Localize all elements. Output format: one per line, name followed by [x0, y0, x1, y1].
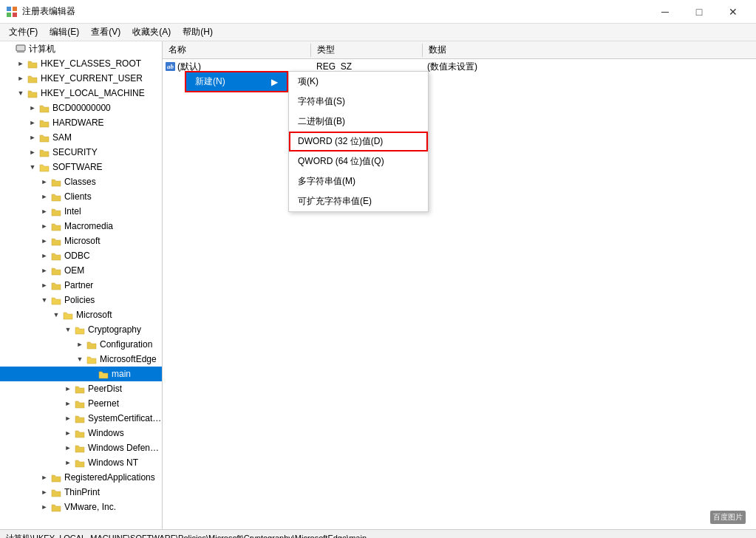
col-header-name: 名称 [163, 44, 310, 56]
folder-icon-oem [50, 265, 62, 276]
submenu-item-key[interactable]: 项(K) [289, 72, 428, 92]
tree-item-windowsdefender[interactable]: Windows Defender... [0, 440, 162, 455]
tree-item-hklm[interactable]: HKEY_LOCAL_MACHINE [0, 86, 162, 101]
tree-item-hkcu[interactable]: HKEY_CURRENT_USER [0, 71, 162, 86]
folder-icon-hardware [38, 117, 50, 129]
toggle-odbc[interactable] [38, 250, 50, 262]
submenu-item-dword[interactable]: DWORD (32 位)值(D) [289, 132, 428, 151]
tree-item-policies[interactable]: Policies [0, 293, 162, 307]
toggle-sam[interactable] [27, 132, 38, 143]
tree-item-thinprint[interactable]: ThinPrint [0, 485, 162, 500]
toggle-systemcertificates[interactable] [62, 412, 74, 424]
tree-label-windowsdefender: Windows Defender... [88, 443, 162, 453]
submenu-item-qword[interactable]: QWORD (64 位)值(Q) [289, 151, 428, 171]
toggle-windowsnt[interactable] [62, 457, 74, 469]
minimize-button[interactable]: ─ [648, 0, 682, 24]
folder-icon-windows [74, 427, 86, 439]
col-header-data: 数据 [423, 44, 756, 56]
toggle-classes[interactable] [38, 176, 50, 188]
submenu-item-expandstring[interactable]: 可扩充字符串值(E) [289, 191, 428, 211]
tree-item-peerdist[interactable]: PeerDist [0, 381, 162, 396]
toggle-oem[interactable] [38, 265, 50, 276]
toggle-peerdist[interactable] [62, 383, 74, 395]
title-bar: 注册表编辑器 ─ □ ✕ [0, 0, 756, 24]
toggle-software[interactable] [27, 161, 38, 173]
tree-label-security: SECURITY [52, 147, 98, 157]
toggle-cryptography[interactable] [62, 324, 74, 336]
tree-item-clients[interactable]: Clients [0, 189, 162, 204]
submenu-item-multistring[interactable]: 多字符串值(M) [289, 171, 428, 191]
tree-label-windowsnt: Windows NT [88, 457, 138, 468]
tree-item-hkcr[interactable]: HKEY_CLASSES_ROOT [0, 56, 162, 71]
tree-item-microsoft[interactable]: Microsoft [0, 234, 162, 248]
menu-favorites[interactable]: 收藏夹(A) [126, 24, 177, 40]
tree-item-configuration[interactable]: Configuration [0, 337, 162, 352]
toggle-thinprint[interactable] [38, 486, 50, 498]
toggle-hklm[interactable] [15, 87, 27, 99]
tree-label-microsoftedge: MicrosoftEdge [100, 354, 157, 364]
tree-panel[interactable]: 计算机 HKEY_CLASSES_ROOT HKEY_CURRENT_USER … [0, 41, 163, 529]
folder-icon-registeredapps [50, 471, 62, 483]
folder-icon-intel [50, 205, 62, 217]
tree-item-macromedia[interactable]: Macromedia [0, 219, 162, 234]
col-header-type: 类型 [311, 44, 422, 56]
tree-item-main[interactable]: main [0, 367, 162, 381]
folder-icon-macromedia [50, 220, 62, 232]
svg-rect-3 [13, 13, 17, 17]
tree-item-software[interactable]: SOFTWARE [0, 160, 162, 174]
folder-icon-hkcr [27, 58, 38, 69]
new-item-button[interactable]: 新建(N) ▶ [185, 71, 288, 92]
tree-item-intel[interactable]: Intel [0, 204, 162, 219]
toggle-policies[interactable] [38, 294, 50, 306]
close-button[interactable]: ✕ [716, 0, 750, 24]
toggle-clients[interactable] [38, 191, 50, 202]
restore-button[interactable]: □ [682, 0, 716, 24]
tree-item-vmware[interactable]: VMware, Inc. [0, 500, 162, 514]
toggle-intel[interactable] [38, 205, 50, 217]
toggle-windows[interactable] [62, 427, 74, 439]
menu-help[interactable]: 帮助(H) [177, 24, 219, 40]
tree-item-security[interactable]: SECURITY [0, 145, 162, 160]
tree-label-main: main [112, 369, 131, 379]
tree-item-peernet[interactable]: Peernet [0, 396, 162, 411]
toggle-peernet[interactable] [62, 398, 74, 409]
toggle-configuration[interactable] [74, 338, 86, 350]
tree-item-windowsnt[interactable]: Windows NT [0, 455, 162, 470]
tree-item-bcd[interactable]: BCD00000000 [0, 101, 162, 115]
submenu-item-binary[interactable]: 二进制值(B) [289, 112, 428, 132]
tree-item-odbc[interactable]: ODBC [0, 248, 162, 263]
tree-item-policies-microsoft[interactable]: Microsoft [0, 307, 162, 322]
tree-label-hkcr: HKEY_CLASSES_ROOT [41, 58, 141, 69]
tree-item-computer[interactable]: 计算机 [0, 41, 162, 56]
tree-item-classes[interactable]: Classes [0, 174, 162, 189]
toggle-macromedia[interactable] [38, 220, 50, 232]
tree-label-odbc: ODBC [64, 251, 90, 261]
content-area: 计算机 HKEY_CLASSES_ROOT HKEY_CURRENT_USER … [0, 41, 756, 529]
toggle-windowsdefender[interactable] [62, 442, 74, 454]
toggle-security[interactable] [27, 146, 38, 158]
tree-item-registeredapps[interactable]: RegisteredApplications [0, 470, 162, 485]
new-item-label: 新建(N) [195, 75, 225, 88]
toggle-registeredapps[interactable] [38, 471, 50, 483]
toggle-microsoftedge[interactable] [74, 353, 86, 365]
toggle-vmware[interactable] [38, 501, 50, 513]
tree-item-sam[interactable]: SAM [0, 130, 162, 145]
tree-item-oem[interactable]: OEM [0, 263, 162, 278]
menu-edit[interactable]: 编辑(E) [44, 24, 85, 40]
submenu-item-string[interactable]: 字符串值(S) [289, 92, 428, 112]
tree-item-hardware[interactable]: HARDWARE [0, 115, 162, 130]
tree-item-microsoftedge[interactable]: MicrosoftEdge [0, 352, 162, 367]
tree-item-systemcertificates[interactable]: SystemCertificate... [0, 411, 162, 426]
tree-item-windows[interactable]: Windows [0, 426, 162, 440]
tree-item-partner[interactable]: Partner [0, 278, 162, 293]
toggle-hkcr[interactable] [15, 58, 27, 69]
toggle-hkcu[interactable] [15, 72, 27, 84]
menu-file[interactable]: 文件(F) [3, 24, 44, 40]
menu-view[interactable]: 查看(V) [85, 24, 126, 40]
tree-item-cryptography[interactable]: Cryptography [0, 322, 162, 337]
toggle-partner[interactable] [38, 279, 50, 291]
toggle-microsoft[interactable] [38, 235, 50, 247]
toggle-bcd[interactable] [27, 102, 38, 114]
toggle-hardware[interactable] [27, 117, 38, 129]
toggle-policies-microsoft[interactable] [50, 309, 62, 321]
